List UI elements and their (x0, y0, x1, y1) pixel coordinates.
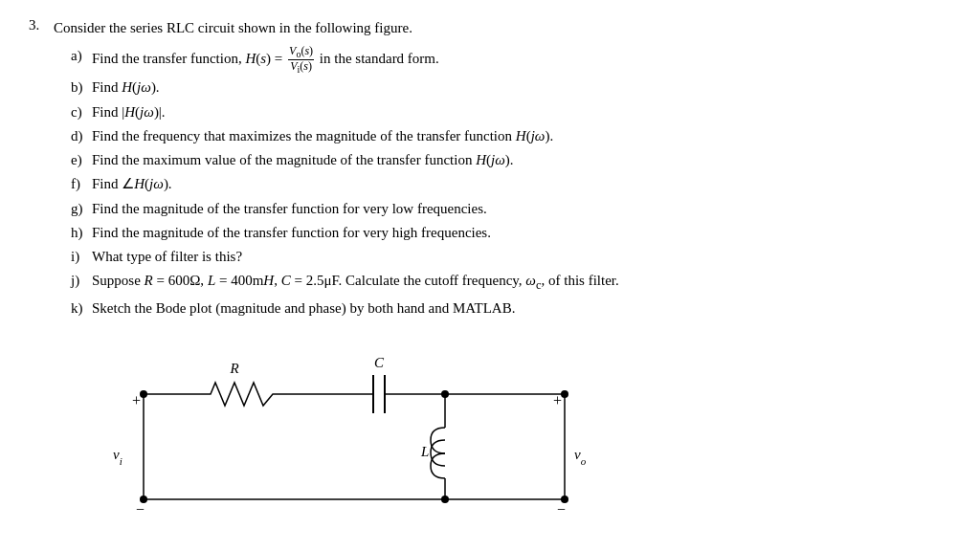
part-a-content: Find the transfer function, H(s) = Vo(s)… (92, 45, 439, 76)
part-d: d) Find the frequency that maximizes the… (71, 125, 951, 147)
c-label: C (374, 355, 385, 370)
transfer-fraction: Vo(s) Vi(s) (288, 45, 314, 76)
part-f-content: Find ∠H(jω). (92, 173, 172, 195)
part-e-content: Find the maximum value of the magnitude … (92, 149, 514, 171)
svg-point-14 (561, 390, 568, 398)
part-d-content: Find the frequency that maximizes the ma… (92, 125, 553, 147)
problem-number: 3. (29, 17, 46, 33)
part-b: b) Find H(jω). (71, 77, 951, 99)
plus-right: + (553, 392, 562, 408)
part-e-label: e) (71, 149, 92, 171)
part-j: j) Suppose R = 600Ω, L = 400mH, C = 2.5μ… (71, 270, 951, 295)
part-h-content: Find the magnitude of the transfer funct… (92, 222, 491, 244)
sub-items-list: a) Find the transfer function, H(s) = Vo… (71, 45, 951, 320)
part-i-label: i) (71, 246, 92, 268)
problem-intro: Consider the series RLC circuit shown in… (54, 17, 412, 39)
part-f: f) Find ∠H(jω). (71, 173, 951, 195)
part-i-content: What type of filter is this? (92, 246, 242, 268)
part-c-content: Find |H(jω)|. (92, 101, 166, 123)
part-j-label: j) (71, 270, 92, 292)
l-label: L (420, 444, 429, 459)
part-b-content: Find H(jω). (92, 77, 160, 99)
circuit-svg: + + − − R C L vi vo (86, 337, 660, 538)
part-c-label: c) (71, 101, 92, 123)
part-k-content: Sketch the Bode plot (magnitude and phas… (92, 298, 515, 320)
part-e: e) Find the maximum value of the magnitu… (71, 149, 951, 171)
svg-point-16 (441, 390, 449, 398)
part-a-label: a) (71, 45, 92, 67)
part-g-label: g) (71, 198, 92, 220)
svg-point-17 (441, 496, 449, 503)
part-c: c) Find |H(jω)|. (71, 101, 951, 123)
plus-left: + (132, 392, 141, 408)
svg-point-12 (140, 390, 147, 398)
part-g-content: Find the magnitude of the transfer funct… (92, 198, 487, 220)
part-k-label: k) (71, 298, 92, 320)
part-i: i) What type of filter is this? (71, 246, 951, 268)
r-label: R (229, 361, 238, 376)
vo-label: vo (574, 447, 587, 467)
part-h: h) Find the magnitude of the transfer fu… (71, 222, 951, 244)
problem-container: 3. Consider the series RLC circuit shown… (29, 17, 951, 538)
part-a: a) Find the transfer function, H(s) = Vo… (71, 45, 951, 76)
part-j-content: Suppose R = 600Ω, L = 400mH, C = 2.5μF. … (92, 270, 619, 295)
minus-left: − (136, 501, 145, 518)
minus-right: − (557, 501, 566, 518)
part-d-label: d) (71, 125, 92, 147)
part-k: k) Sketch the Bode plot (magnitude and p… (71, 298, 951, 320)
part-h-label: h) (71, 222, 92, 244)
circuit-diagram: + + − − R C L vi vo (86, 337, 660, 538)
part-b-label: b) (71, 77, 92, 99)
problem-header: 3. Consider the series RLC circuit shown… (29, 17, 951, 39)
vi-label: vi (113, 447, 122, 467)
part-f-label: f) (71, 173, 92, 195)
part-g: g) Find the magnitude of the transfer fu… (71, 198, 951, 220)
